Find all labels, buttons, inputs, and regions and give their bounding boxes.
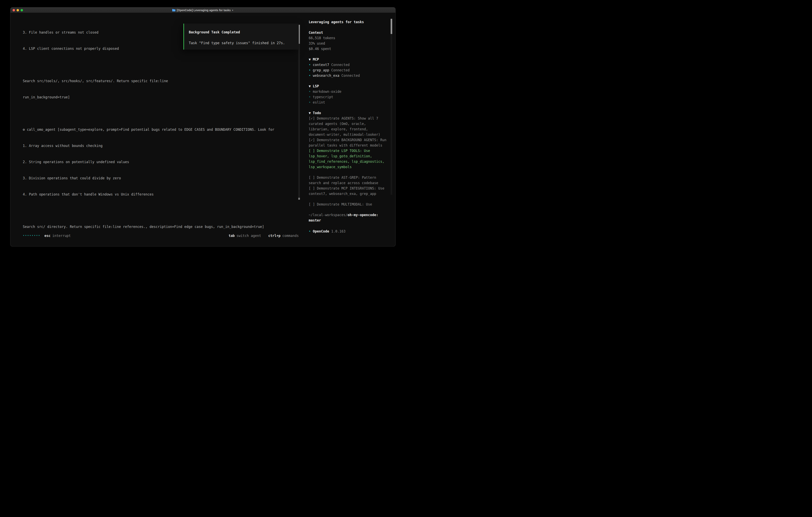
context-used: 33% used [309,41,387,46]
folder-icon [172,9,175,11]
lsp-item: • eslint [309,100,387,105]
todo-item: [ ] Demonstrate MCP INTEGRATIONS: Use co… [309,186,387,196]
todo-text: Demonstrate AGENTS: Show all 7 curated a… [309,116,380,137]
task-notification: Background Task Completed Task "Find typ… [183,24,299,50]
desktop: [OpenCode] Leveraging agents for tasks ◐… [0,0,406,258]
esc-key-label: interrupt [52,234,71,238]
terminal-pane: 3. File handles or streams not closed 4.… [10,13,301,246]
window-title-text: [OpenCode] Leveraging agents for tasks [177,8,231,12]
mcp-status: Connected [331,63,350,67]
session-title: Leveraging agents for tasks [309,19,387,25]
esc-key-hint: esc [45,234,51,238]
terminal-line: ⚙ call_omo_agent [subagent_type=explore,… [23,127,301,132]
bullet-icon: • [309,95,311,99]
todo-item: [✓] Demonstrate AGENTS: Show all 7 curat… [309,116,387,137]
todo-item: [ ] Demonstrate AST-GREP: Pattern search… [309,175,387,186]
todo-checkbox: [ ] [309,175,315,180]
mcp-item: • websearch_exa Connected [309,73,387,78]
context-spent: $0.46 spent [309,46,387,52]
statusbar: •••••••• esc interrupt tab switch agent … [23,233,299,238]
main-scrollbar-end [298,198,300,200]
bullet-icon: • [309,229,311,233]
todo-checkbox: [ ] [309,202,315,206]
terminal-line: 2. String operations on potentially unde… [23,159,301,165]
todo-item: [✓] Demonstrate BACKGROUND AGENTS: Run p… [309,137,387,148]
terminal-line: Search src/ directory. Return specific f… [23,224,301,229]
todo-item: [ ] Demonstrate MULTIMODAL: Use [309,202,387,207]
lsp-item: • markdown-oxide [309,89,387,94]
ctrlp-key-hint: ctrl+p [268,234,281,238]
titlebar[interactable]: [OpenCode] Leveraging agents for tasks ◐ [10,7,396,13]
workspace-repo: oh-my-opencode: [347,213,378,217]
sidebar-scrollbar-thumb[interactable] [390,19,392,34]
todo-checkbox: [✓] [309,116,315,120]
notification-title: Background Task Completed [189,30,294,35]
todo-checkbox: [ ] [309,186,315,190]
ctrlp-key-label: commands [282,234,299,238]
statusbar-left: •••••••• esc interrupt [23,234,71,238]
workspace-branch: master [309,218,387,223]
todo-text: Demonstrate MCP INTEGRATIONS: Use contex… [309,186,384,196]
mcp-name: context7 [313,63,329,67]
opencode-window: [OpenCode] Leveraging agents for tasks ◐… [10,7,396,246]
todo-text: Demonstrate LSP TOOLS: Use lsp_hover, ls… [309,149,384,169]
todo-text: Demonstrate MULTIMODAL: Use [317,202,372,206]
statusbar-right: tab switch agent ctrl+p commands [229,234,299,238]
todo-item: [ ] Demonstrate LSP TOOLS: Use lsp_hover… [309,148,387,170]
context-tokens: 66,518 tokens [309,35,387,41]
lsp-name: markdown-oxide [313,89,342,93]
bullet-icon: • [309,68,311,72]
context-heading: Context [309,30,387,35]
mcp-name: grep_app [313,68,329,72]
spinner-dots: •••••••• [23,234,40,238]
sidebar-scrollbar[interactable] [390,19,392,195]
bullet-icon: • [309,89,311,93]
mcp-status: Connected [331,68,350,72]
terminal-line [23,62,301,67]
app-name: OpenCode [313,229,329,233]
bullet-icon: • [309,100,311,104]
bullet-icon: • [309,63,311,67]
sidebar: Leveraging agents for tasks Context 66,5… [304,13,396,246]
terminal-line [23,208,301,213]
todo-text: Demonstrate AST-GREP: Pattern search and… [309,175,378,185]
lsp-heading[interactable]: ▼ LSP [309,84,387,89]
window-title: [OpenCode] Leveraging agents for tasks ◐ [172,8,234,12]
todo-text: Demonstrate BACKGROUND AGENTS: Run paral… [309,138,386,147]
bullet-icon: • [309,74,311,78]
workspace-prefix: ~/local-workspaces/ [309,213,347,217]
lsp-name: eslint [313,100,325,104]
notification-body: Task "Find type safety issues" finished … [189,40,294,46]
tab-key-hint: tab [229,234,235,238]
terminal-line: 4. Path operations that don't handle Win… [23,192,301,197]
close-button[interactable] [12,9,15,11]
lsp-name: typescript [313,95,333,99]
terminal-line: 1. Array access without bounds checking [23,143,301,148]
minimize-button[interactable] [17,9,19,11]
traffic-lights [12,9,23,11]
terminal-line: Search src/tools/, src/hooks/, src/featu… [23,78,301,84]
todo-checkbox: [✓] [309,138,315,142]
mcp-status: Connected [342,74,360,78]
terminal-line [23,111,301,116]
lsp-item: • typescript [309,94,387,100]
todo-checkbox: [ ] [309,149,315,153]
opencode-version: • OpenCode 1.0.163 [309,229,387,234]
window-body: 3. File handles or streams not closed 4.… [10,13,396,246]
progress-icon: ◐ [232,8,234,11]
todo-heading[interactable]: ▼ Todo [309,110,387,116]
mcp-heading[interactable]: ▼ MCP [309,57,387,62]
main-scrollbar[interactable] [298,25,300,200]
mcp-item: • context7 Connected [309,62,387,67]
app-version: 1.0.163 [331,229,346,233]
mcp-name: websearch_exa [313,74,340,78]
terminal-line: run_in_background=true] [23,94,301,100]
workspace-path: ~/local-workspaces/oh-my-opencode: maste… [309,212,387,223]
zoom-button[interactable] [21,9,23,11]
mcp-item: • grep_app Connected [309,67,387,73]
terminal-line: 3. Division operations that could divide… [23,175,301,181]
tab-key-label: switch agent [237,234,261,238]
